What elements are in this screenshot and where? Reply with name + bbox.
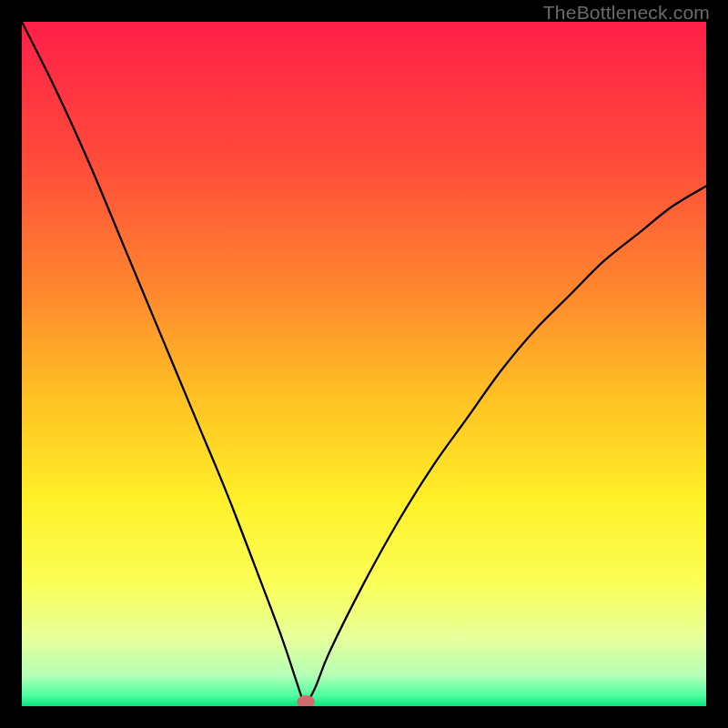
chart-svg (22, 22, 706, 706)
gradient-background (22, 22, 706, 706)
plot-area (22, 22, 706, 706)
watermark-text: TheBottleneck.com (543, 2, 710, 24)
chart-frame: TheBottleneck.com (0, 0, 728, 728)
